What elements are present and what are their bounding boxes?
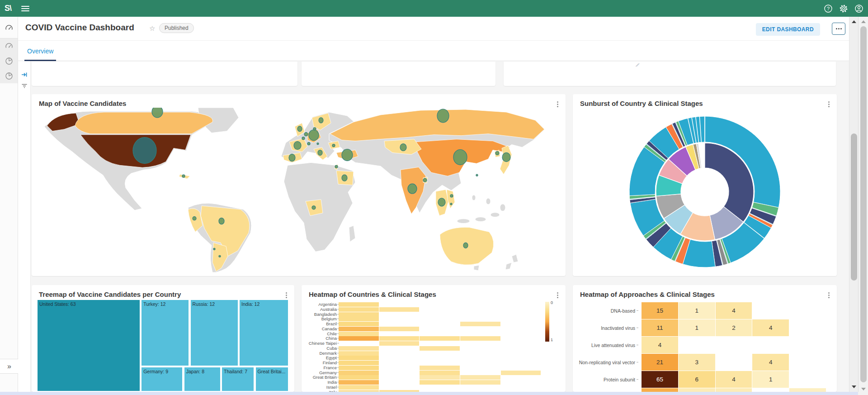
superset-logo[interactable]: S\ bbox=[5, 4, 11, 13]
candidate-bubble[interactable] bbox=[182, 175, 185, 177]
scroll-down-arrow[interactable] bbox=[861, 388, 866, 390]
country-canada[interactable] bbox=[75, 112, 213, 134]
candidate-bubble[interactable] bbox=[307, 143, 310, 145]
expand-filter-bar-icon[interactable] bbox=[21, 71, 28, 78]
heatmap-cell[interactable] bbox=[339, 336, 379, 341]
scroll-up-arrow[interactable] bbox=[852, 20, 856, 23]
dashboard-more-button[interactable] bbox=[832, 23, 845, 35]
candidate-bubble[interactable] bbox=[342, 149, 353, 161]
heatmap-cell[interactable] bbox=[339, 385, 379, 390]
kebab-menu-icon[interactable] bbox=[284, 290, 289, 300]
candidate-bubble[interactable] bbox=[495, 151, 499, 155]
edit-dashboard-button[interactable]: EDIT DASHBOARD bbox=[756, 23, 820, 36]
heatmap-cell[interactable] bbox=[379, 336, 420, 341]
country-vietnam[interactable] bbox=[447, 190, 455, 209]
heatmap-cell[interactable] bbox=[339, 351, 379, 356]
heatmap-cell[interactable] bbox=[679, 388, 715, 392]
heatmap-cell[interactable] bbox=[789, 388, 826, 392]
treemap-cell[interactable]: Germany: 9 bbox=[142, 367, 182, 391]
heatmap-cell[interactable] bbox=[379, 307, 420, 312]
heatmap-cell[interactable] bbox=[460, 336, 500, 341]
candidate-bubble[interactable] bbox=[313, 128, 316, 130]
heatmap-cell[interactable] bbox=[339, 346, 379, 351]
tab-overview[interactable]: Overview bbox=[24, 41, 56, 61]
scroll-down-arrow[interactable] bbox=[852, 385, 856, 388]
gear-icon[interactable] bbox=[839, 4, 848, 13]
heatmap-cell[interactable] bbox=[339, 332, 379, 336]
heatmap-cell[interactable] bbox=[339, 361, 379, 365]
candidate-bubble[interactable] bbox=[219, 255, 221, 257]
heatmap-cell[interactable] bbox=[339, 302, 379, 307]
help-icon[interactable]: ? bbox=[824, 4, 833, 13]
heatmap-cell[interactable] bbox=[339, 366, 379, 370]
user-avatar-icon[interactable] bbox=[854, 4, 863, 13]
horizontal-scrollbar[interactable] bbox=[0, 392, 858, 395]
window-scrollbar-thumb[interactable] bbox=[860, 26, 867, 382]
candidate-bubble[interactable] bbox=[312, 206, 316, 209]
sunburst-chart[interactable] bbox=[628, 115, 782, 269]
candidate-bubble[interactable] bbox=[297, 126, 302, 132]
candidate-bubble[interactable] bbox=[450, 195, 453, 197]
heatmap-cell[interactable] bbox=[339, 356, 379, 360]
candidate-bubble[interactable] bbox=[304, 133, 308, 136]
candidate-bubble[interactable] bbox=[219, 218, 224, 224]
candidate-bubble[interactable] bbox=[453, 149, 467, 165]
candidate-bubble[interactable] bbox=[463, 243, 468, 248]
candidate-bubble[interactable] bbox=[408, 184, 417, 194]
heatmap-cell[interactable] bbox=[420, 371, 460, 375]
heatmap-cell[interactable] bbox=[501, 371, 541, 375]
heatmap-cell[interactable] bbox=[420, 375, 460, 380]
heatmap-cell[interactable] bbox=[339, 307, 379, 312]
sidebar-item-charts2-icon[interactable] bbox=[0, 68, 18, 83]
heatmap-cell[interactable] bbox=[460, 322, 500, 326]
candidate-bubble[interactable] bbox=[450, 203, 452, 205]
candidate-bubble[interactable] bbox=[319, 118, 323, 123]
treemap-cell[interactable]: Russia: 12 bbox=[191, 300, 238, 366]
treemap-cell[interactable]: Great Britai... bbox=[256, 367, 288, 391]
heatmap-cell[interactable] bbox=[420, 346, 460, 351]
dashboard-scrollbar-thumb[interactable] bbox=[851, 133, 857, 281]
scroll-up-arrow[interactable] bbox=[861, 20, 866, 23]
heatmap-cell[interactable] bbox=[339, 322, 379, 326]
kebab-menu-icon[interactable] bbox=[826, 100, 831, 109]
treemap-cell[interactable]: United States: 63 bbox=[38, 300, 140, 391]
candidate-bubble[interactable] bbox=[133, 138, 156, 164]
heatmap-cell[interactable] bbox=[716, 388, 752, 392]
heatmap-cell[interactable] bbox=[420, 380, 460, 385]
treemap-cell[interactable]: Thailand: 7 bbox=[222, 367, 254, 391]
candidate-bubble[interactable] bbox=[335, 165, 338, 168]
treemap-cell[interactable]: Turkey: 12 bbox=[142, 300, 189, 366]
treemap-chart[interactable]: United States: 63Turkey: 12Russia: 12Ind… bbox=[38, 300, 289, 392]
favorite-star-icon[interactable]: ☆ bbox=[149, 24, 155, 33]
treemap-cell[interactable]: Japan: 8 bbox=[184, 367, 220, 391]
candidate-bubble[interactable] bbox=[302, 137, 305, 140]
candidate-bubble[interactable] bbox=[476, 174, 478, 176]
published-badge[interactable]: Published bbox=[159, 23, 194, 33]
candidate-bubble[interactable] bbox=[502, 152, 510, 162]
candidate-bubble[interactable] bbox=[423, 178, 427, 182]
heatmap-cell[interactable] bbox=[420, 366, 460, 370]
heatmap-approaches-chart[interactable]: DNA-based1514Inactivated virus11124Live … bbox=[573, 285, 837, 392]
candidate-bubble[interactable] bbox=[437, 109, 449, 123]
candidate-bubble[interactable] bbox=[342, 175, 347, 181]
heatmap-cell[interactable] bbox=[339, 317, 379, 321]
candidate-bubble[interactable] bbox=[438, 198, 445, 206]
sidebar-expand-button[interactable]: » bbox=[0, 359, 19, 374]
sidebar-item-dashboard-icon[interactable] bbox=[0, 20, 18, 35]
heatmap-cell[interactable] bbox=[642, 388, 678, 392]
world-map-chart[interactable] bbox=[36, 108, 561, 274]
heatmap-cell[interactable] bbox=[339, 327, 379, 331]
candidate-bubble[interactable] bbox=[400, 144, 406, 151]
candidate-bubble[interactable] bbox=[294, 142, 301, 150]
menu-icon[interactable] bbox=[19, 3, 31, 14]
heatmap-cell[interactable] bbox=[460, 375, 500, 380]
heatmap-countries-chart[interactable]: ArgentinaAustraliaBangladeshBelgiumBrazi… bbox=[302, 285, 566, 392]
heatmap-cell[interactable] bbox=[339, 312, 379, 317]
candidate-bubble[interactable] bbox=[213, 248, 215, 250]
treemap-cell[interactable]: India: 12 bbox=[240, 300, 288, 366]
heatmap-cell[interactable] bbox=[420, 336, 460, 341]
heatmap-cell[interactable] bbox=[339, 380, 379, 385]
heatmap-cell[interactable] bbox=[339, 371, 379, 375]
candidate-bubble[interactable] bbox=[152, 108, 163, 118]
heatmap-cell[interactable] bbox=[379, 327, 420, 331]
